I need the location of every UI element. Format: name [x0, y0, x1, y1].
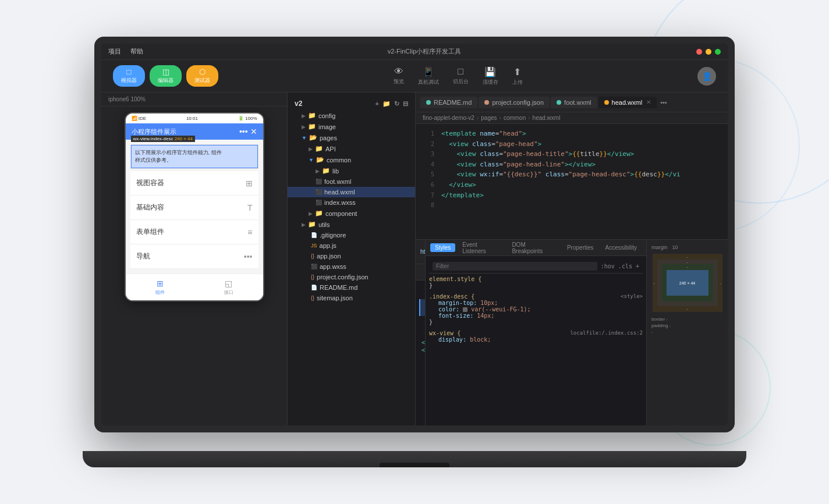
- css-selector-wx-view: wx-view {: [429, 330, 460, 336]
- code-editor[interactable]: 1 <template name="head"> 2 <view class="…: [416, 124, 728, 239]
- tree-new-folder-icon[interactable]: 📁: [382, 100, 391, 108]
- chevron-down-icon: ▼: [302, 135, 307, 141]
- css-panel-tabs: Styles Event Listeners DOM Breakpoints P…: [426, 240, 646, 256]
- nav-label-api: 接口: [224, 289, 233, 296]
- maximize-button[interactable]: [715, 49, 721, 55]
- laptop-base: [83, 451, 746, 467]
- realdevice-tool[interactable]: 📱 真机调试: [418, 66, 439, 86]
- tester-icon: ⬡: [199, 68, 206, 76]
- tree-item-appjs[interactable]: JS app.js: [288, 240, 415, 251]
- code-line-3: 3 <view class="page-head-title">{{title}…: [416, 149, 728, 159]
- tree-item-foot-wxml[interactable]: ⬛ foot.wxml: [288, 176, 415, 187]
- tree-item-image[interactable]: ▶ 📁 image: [288, 121, 415, 132]
- tree-item-project-config[interactable]: {} project.config.json: [288, 272, 415, 282]
- css-filter-input[interactable]: [433, 262, 597, 271]
- tree-item-common[interactable]: ▼ 📂 common: [288, 154, 415, 165]
- json-file-icon: {}: [311, 295, 314, 301]
- css-tab-accessibility[interactable]: Accessibility: [601, 243, 642, 252]
- folder-icon: 📁: [315, 145, 323, 152]
- tree-item-head-wxml[interactable]: ⬛ head.wxml: [288, 187, 415, 197]
- nav-item-api[interactable]: ◱ 接口: [194, 279, 263, 296]
- menu-item-help[interactable]: 帮助: [130, 47, 143, 56]
- css-tab-dom-breakpoints[interactable]: DOM Breakpoints: [507, 240, 560, 255]
- tree-new-file-icon[interactable]: +: [375, 100, 379, 108]
- section-title-3: 表单组件: [136, 227, 164, 237]
- css-tab-styles[interactable]: Styles: [430, 243, 455, 252]
- dom-tree-content[interactable]: <wx-image class="index-logo" src="../res…: [416, 281, 425, 425]
- folder-icon: 📁: [308, 112, 316, 119]
- tab-close-head-wxml[interactable]: ✕: [646, 99, 651, 105]
- section-view-container[interactable]: 视图容器 ⊞: [130, 171, 258, 196]
- simulator-header: iphone6 100%: [101, 93, 287, 107]
- upload-tool[interactable]: ⬆ 上传: [512, 66, 523, 86]
- tab-foot-wxml[interactable]: foot.wxml: [551, 97, 597, 108]
- css-tab-event-listeners[interactable]: Event Listeners: [458, 240, 505, 255]
- phone-content: wx-view.index-desc 240 × 44 以下用展示小程序官方组件…: [126, 140, 263, 274]
- editor-button[interactable]: ◫ 编辑器: [150, 65, 182, 87]
- breadcrumb-item-pages: pages: [481, 115, 497, 121]
- section-navigation[interactable]: 导航 •••: [130, 244, 258, 269]
- md-file-icon: 📄: [311, 285, 317, 290]
- tree-item-lib[interactable]: ▶ 📁 lib: [288, 165, 415, 176]
- tester-button[interactable]: ⬡ 测试器: [186, 65, 218, 87]
- nav-icon-components: ⊞: [157, 279, 164, 288]
- tree-root: v2 + 📁 ↻ ⊟: [288, 97, 415, 110]
- tree-item-name: index.wxss: [324, 199, 356, 206]
- app-title: v2-FinClip小程序开发工具: [153, 47, 696, 56]
- user-avatar[interactable]: 👤: [697, 67, 716, 86]
- tree-item-pages[interactable]: ▼ 📂 pages: [288, 132, 415, 143]
- tab-more-button[interactable]: •••: [660, 99, 667, 106]
- tab-project-config[interactable]: project.config.json: [479, 97, 550, 108]
- background-tool[interactable]: □ 切后台: [453, 66, 469, 86]
- simulator-panel: iphone6 100% 📶 IDE 10:01 🔋 100%: [101, 93, 288, 425]
- tree-item-appwxss[interactable]: ⬛ app.wxss: [288, 261, 415, 272]
- tree-item-sitemap[interactable]: {} sitemap.json: [288, 293, 415, 303]
- tree-item-api[interactable]: ▶ 📁 API: [288, 143, 415, 154]
- realdevice-icon: 📱: [423, 66, 434, 77]
- tab-head-wxml[interactable]: head.wxml ✕: [598, 97, 657, 108]
- section-title-1: 视图容器: [136, 178, 164, 188]
- tree-item-name: app.json: [317, 253, 341, 260]
- dom-bc-html[interactable]: html: [420, 249, 425, 255]
- tab-dot-head-wxml: [604, 100, 609, 105]
- css-selector-element-style: element.style {: [429, 276, 481, 282]
- code-line-1: 1 <template name="head">: [416, 129, 728, 139]
- editor-breadcrumb: fino-applet-demo-v2 › pages › common › h…: [416, 112, 728, 124]
- tab-readme[interactable]: README.md: [420, 97, 477, 108]
- panel-tab-elements[interactable]: 概图: [420, 262, 425, 282]
- tree-item-appjson[interactable]: {} app.json: [288, 251, 415, 261]
- tree-item-gitignore[interactable]: 📄 .gitignore: [288, 230, 415, 240]
- section-icon-2: T: [247, 203, 253, 212]
- minimize-button[interactable]: [706, 49, 711, 55]
- menu-item-project[interactable]: 项目: [108, 47, 121, 56]
- bottom-value-row: -: [651, 329, 723, 335]
- dom-line-wx-view-desc-2[interactable]: view> == $0: [419, 308, 425, 316]
- clearcache-tool[interactable]: 💾 清缓存: [483, 66, 498, 86]
- dom-line-wx-view-desc[interactable]: <wx-view class="index-desc">以下用展示小程序官方组件…: [419, 299, 425, 308]
- tree-item-config[interactable]: ▶ 📁 config: [288, 110, 415, 121]
- code-line-4: 4 <view class="page-head-line"></view>: [416, 159, 728, 170]
- box-model-values: border - padding - -: [651, 317, 723, 335]
- preview-tool[interactable]: 👁 预览: [394, 66, 404, 86]
- tree-item-index-wxss[interactable]: ⬛ index.wxss: [288, 197, 415, 208]
- tree-item-component[interactable]: ▶ 📁 component: [288, 208, 415, 219]
- css-source-style: <style>: [621, 293, 643, 299]
- tree-item-utils[interactable]: ▶ 📁 utils: [288, 219, 415, 230]
- close-button[interactable]: [696, 49, 702, 55]
- tree-refresh-icon[interactable]: ↻: [394, 100, 399, 108]
- tree-collapse-icon[interactable]: ⊟: [403, 100, 408, 108]
- css-styles-content: :hov .cls + element.style { } .index-de: [426, 256, 646, 425]
- simulator-button[interactable]: □ 模拟器: [113, 65, 145, 87]
- tree-item-name: lib: [332, 168, 339, 175]
- json-file-icon: {}: [311, 253, 314, 259]
- tree-item-name: pages: [320, 134, 337, 141]
- section-form-components[interactable]: 表单组件 ≡: [130, 220, 258, 244]
- section-basic-content[interactable]: 基础内容 T: [130, 196, 258, 220]
- tree-item-readme[interactable]: 📄 README.md: [288, 282, 415, 293]
- padding-value: -: [669, 323, 671, 328]
- css-tab-properties[interactable]: Properties: [562, 243, 598, 252]
- signal-icon: 📶 IDE: [132, 116, 147, 121]
- device-label: iphone6: [108, 96, 129, 102]
- nav-item-components[interactable]: ⊞ 组件: [126, 279, 194, 296]
- padding-value-row: padding -: [651, 323, 723, 328]
